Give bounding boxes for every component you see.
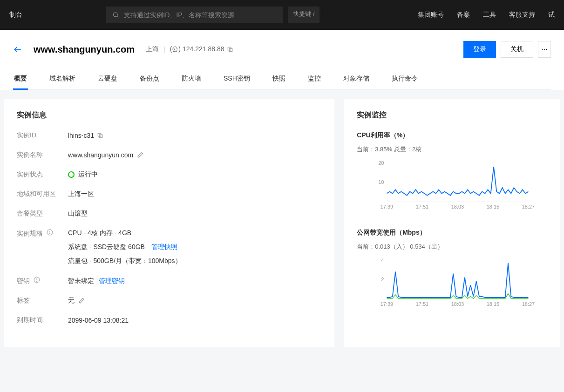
topbar-link-beian[interactable]: 备案 (457, 11, 470, 19)
copy-icon[interactable] (227, 46, 233, 53)
public-ip: (公) 124.221.88.88 (170, 45, 224, 54)
svg-point-9 (49, 233, 50, 234)
bw-chart-title: 公网带宽使用（Mbps） (357, 229, 547, 237)
header-row: www.shangunyun.com 上海 | (公) 124.221.88.8… (13, 41, 551, 58)
value-name: www.shangunyun.com (68, 151, 143, 159)
value-spec: CPU - 4核 内存 - 4GB 系统盘 - SSD云硬盘 60GB 管理快照… (68, 229, 182, 265)
help-icon[interactable] (34, 277, 40, 283)
tab-overview[interactable]: 概要 (13, 71, 28, 89)
tab-disk[interactable]: 云硬盘 (97, 71, 118, 89)
content: 实例信息 实例ID lhins-c31 实例名称 www.shangunyun.… (0, 90, 564, 356)
row-instance-id: 实例ID lhins-c31 (17, 131, 321, 140)
bw-chart-section: 公网带宽使用（Mbps） 当前：0.013（入） 0.534（出） 2417:3… (357, 229, 547, 310)
svg-text:17:39: 17:39 (381, 204, 394, 210)
value-status: 运行中 (68, 170, 98, 179)
svg-text:17:39: 17:39 (381, 301, 394, 307)
spec-bw: 流量包 - 500GB/月（带宽：100Mbps） (68, 257, 182, 265)
label-plan: 套餐类型 (17, 210, 68, 218)
topbar-link-account[interactable]: 集团账号 (418, 11, 444, 19)
label-key: 密钥 (17, 277, 68, 285)
row-zone: 地域和可用区 上海一区 (17, 190, 321, 198)
row-name: 实例名称 www.shangunyun.com (17, 151, 321, 159)
value-instance-id: lhins-c31 (68, 131, 103, 140)
label-spec: 实例规格 (17, 229, 68, 265)
copy-icon[interactable] (97, 132, 103, 139)
info-panel-title: 实例信息 (17, 110, 321, 120)
spec-disk: 系统盘 - SSD云硬盘 60GB (68, 243, 145, 250)
svg-line-1 (117, 16, 119, 18)
svg-text:18:15: 18:15 (487, 301, 500, 307)
manage-key-link[interactable]: 管理密钥 (99, 277, 125, 285)
tab-firewall[interactable]: 防火墙 (181, 71, 202, 89)
svg-text:4: 4 (381, 257, 384, 263)
edit-icon[interactable] (137, 152, 143, 158)
edit-icon[interactable] (78, 297, 85, 304)
manage-snapshot-link[interactable]: 管理快照 (151, 243, 177, 250)
topbar-link-support[interactable]: 客服支持 (509, 11, 535, 19)
shutdown-button[interactable]: 关机 (501, 41, 533, 58)
spec-disk-row: 系统盘 - SSD云硬盘 60GB 管理快照 (68, 243, 177, 251)
svg-text:17:51: 17:51 (416, 301, 429, 307)
search-box[interactable] (106, 7, 283, 23)
tab-bar: 概要 域名解析 云硬盘 备份点 防火墙 SSH密钥 快照 监控 对象存储 执行命… (13, 71, 551, 90)
label-tag: 标签 (17, 297, 68, 305)
cpu-chart-section: CPU利用率（%） 当前：3.85% 总量：2核 102017:3917:511… (357, 131, 547, 213)
topbar-link-try[interactable]: 试 (548, 11, 555, 19)
svg-text:18:15: 18:15 (487, 204, 500, 210)
page-title: www.shangunyun.com (34, 44, 135, 55)
search-input[interactable] (124, 11, 276, 19)
svg-text:18:03: 18:03 (451, 204, 464, 210)
cpu-chart: 102017:3917:5118:0318:1518:27 (357, 160, 547, 211)
name-text: www.shangunyun.com (68, 151, 133, 159)
label-expire: 到期时间 (17, 316, 68, 324)
status-dot-icon (68, 171, 75, 178)
label-name: 实例名称 (17, 151, 68, 159)
page-header: www.shangunyun.com 上海 | (公) 124.221.88.8… (0, 30, 564, 90)
topbar-links: 集团账号 备案 工具 客服支持 试 (418, 11, 555, 19)
value-expire: 2099-06-09 13:08:21 (68, 316, 129, 324)
search-icon (112, 11, 119, 19)
svg-text:10: 10 (378, 179, 384, 185)
back-arrow-icon[interactable] (13, 45, 22, 54)
console-label[interactable]: 制台 (9, 11, 22, 19)
tab-backup[interactable]: 备份点 (139, 71, 160, 89)
tab-cos[interactable]: 对象存储 (342, 71, 370, 89)
bw-chart-sub: 当前：0.013（入） 0.534（出） (357, 243, 547, 251)
meta-separator: | (163, 46, 165, 53)
help-icon[interactable] (47, 229, 53, 236)
tab-snapshot[interactable]: 快照 (272, 71, 286, 89)
login-button[interactable]: 登录 (463, 41, 496, 58)
bw-chart: 2417:3917:5118:0318:1518:27 (357, 257, 547, 309)
label-status: 实例状态 (17, 170, 68, 179)
topbar-link-tools[interactable]: 工具 (483, 11, 496, 19)
monitor-panel: 实例监控 CPU利用率（%） 当前：3.85% 总量：2核 102017:391… (344, 99, 560, 347)
row-expire: 到期时间 2099-06-09 13:08:21 (17, 316, 321, 324)
search-wrap: 快捷键 / (22, 7, 403, 23)
svg-text:18:27: 18:27 (522, 301, 535, 307)
row-status: 实例状态 运行中 (17, 170, 321, 179)
label-instance-id: 实例ID (17, 131, 68, 140)
instance-info-panel: 实例信息 实例ID lhins-c31 实例名称 www.shangunyun.… (4, 99, 334, 347)
cpu-chart-sub: 当前：3.85% 总量：2核 (357, 145, 547, 154)
tab-dns[interactable]: 域名解析 (48, 71, 76, 89)
tab-monitor[interactable]: 监控 (307, 71, 322, 89)
tab-exec[interactable]: 执行命令 (391, 71, 419, 89)
tab-sshkey[interactable]: SSH密钥 (223, 71, 251, 89)
key-label-text: 密钥 (17, 277, 30, 284)
shortcut-hint: 快捷键 / (288, 7, 319, 23)
svg-text:2: 2 (381, 277, 384, 282)
value-tag: 无 (68, 297, 85, 305)
row-tag: 标签 无 (17, 297, 321, 305)
more-button[interactable]: ⋯ (538, 41, 551, 58)
svg-text:18:03: 18:03 (451, 301, 464, 307)
row-plan: 套餐类型 山滚型 (17, 210, 321, 218)
key-text: 暂未绑定 (68, 277, 94, 285)
header-actions: 登录 关机 ⋯ (463, 41, 551, 58)
header-meta: 上海 | (公) 124.221.88.88 (146, 45, 233, 54)
spec-cpu: CPU - 4核 内存 - 4GB (68, 229, 131, 237)
instance-id-text: lhins-c31 (68, 132, 94, 139)
tag-text: 无 (68, 297, 75, 305)
svg-point-12 (36, 281, 37, 281)
value-key: 暂未绑定 管理密钥 (68, 277, 125, 285)
row-spec: 实例规格 CPU - 4核 内存 - 4GB 系统盘 - SSD云硬盘 60GB… (17, 229, 321, 265)
